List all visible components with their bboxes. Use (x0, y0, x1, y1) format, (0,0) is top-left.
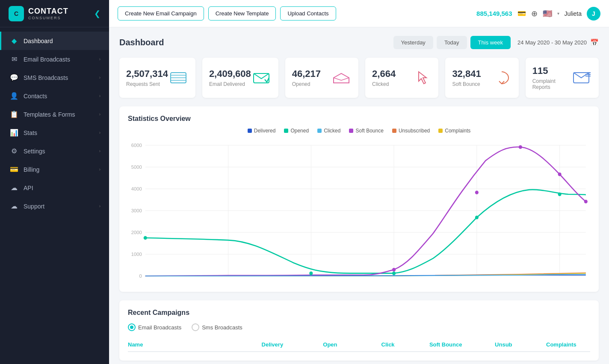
sidebar-item-settings[interactable]: ⚙ Settings › (0, 142, 109, 160)
stat-label-delivered: Email Delivered (209, 81, 251, 87)
stat-info-softbounce: 32,841 Soft Bounce (452, 68, 481, 87)
col-complaints: Complaints (532, 341, 590, 348)
radio-circle-sms (192, 323, 199, 331)
col-delivery: Delivery (243, 341, 301, 348)
sidebar-label-settings: Settings (24, 148, 45, 155)
chart-dot (558, 173, 562, 176)
logo-icon: C (9, 6, 24, 21)
stat-card-complaints: 115 Complaint Reports (526, 58, 599, 98)
api-icon: ☁ (10, 184, 18, 192)
legend-unsubscribed: Unsubscribed (392, 128, 430, 134)
sidebar-item-templates-forms[interactable]: 📋 Templates & Forms › (0, 105, 109, 123)
sidebar-label-email-broadcasts: Email Broadcasts (24, 56, 70, 63)
sidebar-item-contacts[interactable]: 👤 Contacts › (0, 87, 109, 105)
sidebar-toggle[interactable]: ❮ (94, 9, 101, 18)
stat-info-requests: 2,507,314 Requests Sent (126, 68, 168, 87)
sidebar-item-dashboard[interactable]: ◆ Dashboard (0, 32, 109, 50)
thisweek-filter-button[interactable]: This week (470, 36, 511, 49)
chart-dot (475, 191, 479, 194)
legend-dot-clicked (317, 129, 322, 133)
legend-label-softbounce: Soft Bounce (355, 128, 383, 134)
stat-label-softbounce: Soft Bounce (452, 81, 481, 87)
today-filter-button[interactable]: Today (437, 36, 467, 49)
legend-clicked: Clicked (317, 128, 340, 134)
stat-value-requests: 2,507,314 (126, 68, 168, 79)
legend-complaints: Complaints (438, 128, 470, 134)
sidebar-item-support[interactable]: ☁ Support › (0, 197, 109, 215)
legend-label-unsubscribed: Unsubscribed (399, 128, 430, 134)
user-avatar[interactable]: J (587, 7, 600, 21)
sidebar-item-sms-broadcasts[interactable]: 💬 SMS Broadcasts › (0, 68, 109, 87)
stat-label-requests: Requests Sent (126, 81, 168, 87)
sidebar-label-support: Support (24, 203, 44, 210)
sidebar-item-billing[interactable]: 💳 Billing › (0, 160, 109, 179)
chart-line-opened (145, 190, 586, 273)
stat-card-delivered: 2,409,608 Email Delivered (202, 58, 278, 98)
legend-label-delivered: Delivered (254, 128, 276, 134)
radio-group: Email Broadcasts Sms Broadcasts (128, 323, 590, 331)
legend-label-clicked: Clicked (324, 128, 340, 134)
campaigns-title: Recent Campaigns (128, 309, 590, 317)
sidebar-label-templates: Templates & Forms (24, 111, 75, 118)
legend-dot-complaints (438, 129, 443, 133)
dashboard-header: Dashboard Yesterday Today This week 24 M… (119, 36, 599, 49)
add-icon[interactable]: ⊕ (531, 9, 538, 18)
statistics-chart: 6000 5000 4000 3000 2000 1000 0 (128, 138, 590, 283)
logo-text-group: CONTACT CONSUMERS (28, 7, 68, 20)
col-unsub: Unsub (475, 341, 532, 348)
sidebar-item-stats[interactable]: 📊 Stats › (0, 123, 109, 142)
sidebar-item-api[interactable]: ☁ API (0, 179, 109, 197)
sidebar-item-email-broadcasts[interactable]: ✉ Email Broadcasts › (0, 50, 109, 68)
chevron-right-icon-6: › (99, 149, 101, 153)
chart-dot (558, 193, 562, 197)
logo-text: CONTACT (28, 7, 68, 16)
chart-section: Statistics Overview Delivered Opened Cli… (119, 106, 599, 292)
sms-broadcasts-icon: 💬 (10, 73, 18, 82)
legend-opened: Opened (284, 128, 309, 134)
create-template-button[interactable]: Create New Template (208, 6, 276, 21)
flag-icon[interactable]: 🇺🇸 (543, 9, 552, 18)
stat-label-opened: Opened (292, 81, 321, 87)
legend-dot-opened (284, 129, 288, 133)
clicked-icon (411, 68, 432, 88)
contact-count: 885,149,563 (476, 10, 512, 17)
create-campaign-button[interactable]: Create New Email Campaign (118, 6, 204, 21)
svg-text:6000: 6000 (131, 143, 142, 148)
radio-sms-broadcasts[interactable]: Sms Broadcasts (192, 323, 242, 331)
support-icon: ☁ (10, 202, 18, 210)
chart-dot (475, 216, 479, 220)
chart-dot (144, 236, 147, 240)
sidebar-logo: C CONTACT CONSUMERS ❮ (0, 0, 109, 27)
svg-text:3000: 3000 (131, 208, 142, 213)
stat-info-clicked: 2,664 Clicked (372, 68, 396, 87)
legend-softbounce: Soft Bounce (349, 128, 383, 134)
softbounce-icon (491, 68, 512, 88)
sidebar-label-stats: Stats (24, 129, 37, 136)
sidebar-label-contacts: Contacts (24, 93, 47, 100)
calendar-icon[interactable]: 📅 (590, 38, 599, 47)
stat-value-softbounce: 32,841 (452, 68, 481, 79)
radio-label-sms: Sms Broadcasts (202, 324, 242, 331)
complaints-icon (573, 68, 592, 88)
radio-inner-email (130, 326, 133, 329)
col-softbounce: Soft Bounce (417, 341, 475, 348)
svg-text:2000: 2000 (131, 230, 142, 235)
radio-email-broadcasts[interactable]: Email Broadcasts (128, 323, 181, 331)
sidebar-label-billing: Billing (24, 166, 39, 173)
stat-value-complaints: 115 (532, 65, 573, 76)
date-range-text: 24 May 2020 - 30 May 2020 (517, 39, 587, 46)
stat-card-requests: 2,507,314 Requests Sent (119, 58, 195, 98)
upload-contacts-button[interactable]: Upload Contacts (280, 6, 336, 21)
chevron-right-icon-4: › (99, 112, 101, 117)
radio-label-email: Email Broadcasts (138, 324, 181, 331)
date-filter: Yesterday Today This week 24 May 2020 - … (393, 36, 599, 49)
chevron-right-icon-3: › (99, 94, 101, 98)
templates-icon: 📋 (10, 110, 18, 118)
sidebar: C CONTACT CONSUMERS ❮ ◆ Dashboard ✉ Emai… (0, 0, 109, 364)
chart-dot (392, 268, 396, 272)
chevron-right-icon-9: › (99, 204, 101, 208)
dashboard-icon: ◆ (10, 37, 18, 45)
sidebar-label-api: API (24, 185, 33, 191)
yesterday-filter-button[interactable]: Yesterday (393, 36, 433, 49)
legend-label-complaints: Complaints (445, 128, 470, 134)
